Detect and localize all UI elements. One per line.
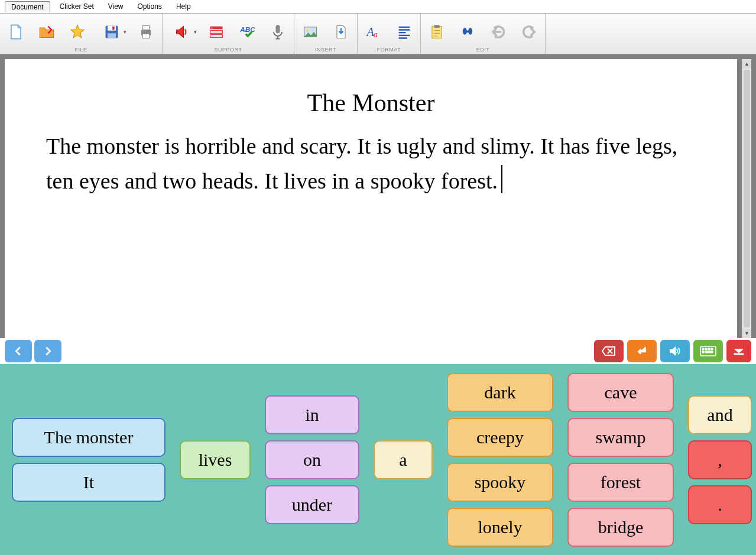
svg-rect-28 — [705, 351, 713, 353]
keyboard-button[interactable] — [693, 340, 723, 362]
word-cell-a[interactable]: a — [374, 440, 433, 479]
clipboard-button[interactable] — [427, 22, 447, 42]
svg-rect-12 — [276, 25, 280, 33]
svg-rect-9 — [210, 35, 223, 38]
clicker-grid: The monster It lives in on under a dark … — [0, 364, 756, 555]
insert-picture-button[interactable] — [300, 22, 320, 42]
menu-view[interactable]: View — [101, 1, 131, 12]
svg-rect-26 — [711, 348, 713, 350]
svg-point-14 — [306, 29, 309, 32]
word-cell-dark[interactable]: dark — [447, 373, 553, 412]
control-strip — [0, 338, 756, 364]
svg-rect-5 — [142, 26, 150, 30]
menu-bar: Document Clicker Set View Options Help — [0, 0, 756, 13]
document-title: The Monster — [46, 89, 696, 117]
scroll-up-arrow[interactable]: ▲ — [742, 59, 751, 69]
new-document-button[interactable] — [6, 22, 26, 42]
text-cursor — [501, 165, 502, 193]
menu-tab-document[interactable]: Document — [5, 1, 50, 12]
word-cell-on[interactable]: on — [265, 440, 359, 479]
menu-clicker-set[interactable]: Clicker Set — [53, 1, 101, 12]
scroll-down-arrow[interactable]: ▼ — [742, 329, 751, 338]
favorites-button[interactable] — [67, 22, 87, 42]
svg-rect-2 — [108, 33, 116, 38]
save-button[interactable] — [98, 22, 125, 42]
group-label-edit: EDIT — [421, 47, 545, 54]
scroll-thumb[interactable] — [744, 70, 750, 327]
vertical-scrollbar[interactable]: ▲ ▼ — [742, 59, 751, 338]
print-button[interactable] — [136, 22, 156, 42]
svg-rect-25 — [708, 348, 710, 350]
collapse-grid-button[interactable] — [726, 340, 751, 362]
word-cell-and[interactable]: and — [688, 395, 752, 434]
svg-rect-18 — [434, 25, 439, 28]
svg-rect-1 — [108, 26, 116, 31]
redo-button[interactable] — [519, 22, 539, 42]
toolbar: FILE 1 ABC SUPPORT INSERT Aa FORMAT EDI — [0, 13, 756, 54]
word-cell-creepy[interactable]: creepy — [447, 418, 553, 457]
speak-button[interactable] — [168, 22, 196, 42]
grid-prev-button[interactable] — [5, 340, 32, 362]
predictor-button[interactable]: 1 — [206, 22, 226, 42]
svg-text:ABC: ABC — [239, 25, 255, 33]
insert-page-button[interactable] — [331, 22, 351, 42]
speak-grid-button[interactable] — [660, 340, 690, 362]
svg-rect-29 — [734, 353, 744, 355]
word-cell-the-monster[interactable]: The monster — [12, 418, 166, 457]
group-label-insert: INSERT — [294, 47, 357, 54]
svg-rect-6 — [142, 34, 150, 38]
svg-rect-24 — [705, 348, 707, 350]
spellcheck-button[interactable]: ABC — [237, 22, 257, 42]
group-label-file: FILE — [0, 47, 162, 54]
word-cell-forest[interactable]: forest — [567, 463, 674, 502]
delete-word-button[interactable] — [594, 340, 624, 362]
word-cell-under[interactable]: under — [265, 485, 359, 524]
word-cell-lives[interactable]: lives — [180, 440, 251, 479]
svg-rect-8 — [210, 31, 223, 34]
menu-help[interactable]: Help — [169, 1, 198, 12]
word-cell-swamp[interactable]: swamp — [567, 418, 674, 457]
word-cell-in[interactable]: in — [265, 395, 359, 434]
microphone-button[interactable] — [268, 22, 288, 42]
open-folder-button[interactable] — [37, 22, 57, 42]
word-cell-spooky[interactable]: spooky — [447, 463, 553, 502]
menu-options[interactable]: Options — [131, 1, 169, 12]
word-cell-fullstop[interactable]: . — [688, 485, 752, 524]
word-cell-it[interactable]: It — [12, 463, 166, 502]
svg-rect-21 — [466, 31, 469, 33]
document-page[interactable]: The Monster The monster is horrible and … — [5, 59, 737, 338]
enter-button[interactable] — [627, 340, 657, 362]
svg-rect-27 — [702, 351, 704, 353]
word-cell-bridge[interactable]: bridge — [567, 508, 674, 547]
paragraph-button[interactable] — [394, 22, 414, 42]
undo-button[interactable] — [488, 22, 508, 42]
group-label-support: SUPPORT — [163, 47, 294, 54]
document-body: The monster is horrible and scary. It is… — [46, 129, 696, 199]
svg-rect-3 — [112, 27, 115, 30]
word-cell-cave[interactable]: cave — [567, 373, 674, 412]
word-cell-lonely[interactable]: lonely — [447, 508, 553, 547]
svg-text:a: a — [374, 30, 378, 39]
word-cell-comma[interactable]: , — [688, 440, 752, 479]
group-label-format: FORMAT — [358, 47, 420, 54]
svg-rect-23 — [702, 348, 704, 350]
grid-next-button[interactable] — [34, 340, 61, 362]
find-button[interactable] — [458, 22, 478, 42]
document-area: The Monster The monster is horrible and … — [0, 54, 756, 338]
font-button[interactable]: Aa — [364, 22, 384, 42]
svg-text:1: 1 — [212, 27, 213, 30]
